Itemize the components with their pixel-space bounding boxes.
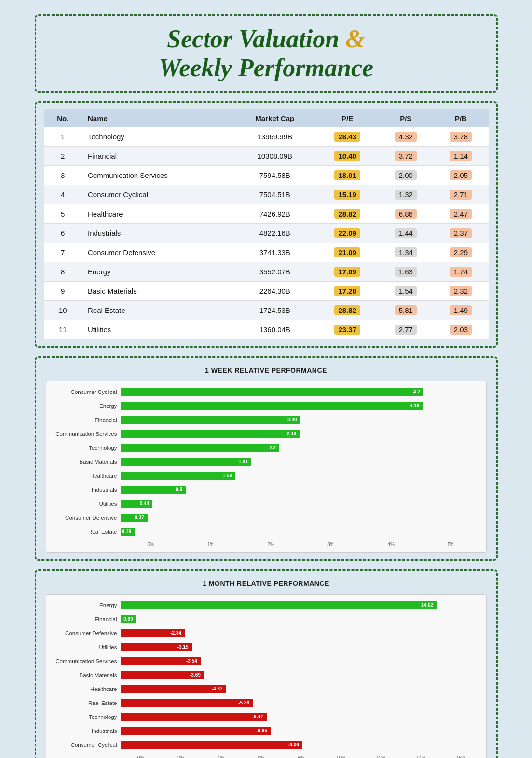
bar-label: Real Estate (46, 700, 121, 706)
table-section: No. Name Market Cap P/E P/S P/B 1 Techno… (35, 101, 498, 348)
x-tick: 2% (241, 542, 301, 547)
bar-row: Technology 2.2 (46, 442, 481, 454)
bar-track: 4.2 (121, 388, 481, 396)
bar-track: -2.84 (121, 629, 481, 637)
bar-label: Energy (46, 602, 121, 608)
bar-track: -3.69 (121, 671, 481, 679)
bar-row: Industrials -6.65 (46, 725, 481, 737)
bar-track: 1.59 (121, 472, 481, 480)
bar-label: Healthcare (46, 686, 121, 692)
table-row-name: Consumer Cyclical (82, 185, 233, 204)
bar-label: Technology (46, 445, 121, 451)
x-tick: 3% (301, 542, 361, 547)
table-row-no: 10 (44, 300, 82, 320)
bar-row: Basic Materials 1.81 (46, 456, 481, 468)
col-pb: P/B (433, 109, 488, 127)
table-row-ps: 1.44 (378, 223, 433, 243)
table-row-pb: 3.78 (433, 127, 488, 147)
bar-fill: 0.37 (121, 514, 148, 522)
bar-track: 2.49 (121, 416, 481, 424)
table-row-no: 3 (44, 165, 82, 185)
bar-row: Consumer Defensive -2.84 (46, 627, 481, 639)
table-row-pe: 28.82 (316, 204, 378, 223)
bar-row: Financial 2.49 (46, 414, 481, 426)
x-tick: 4% (361, 542, 422, 547)
bar-row: Utilities -3.15 (46, 641, 481, 653)
table-row-no: 5 (44, 204, 82, 223)
table-row-no: 8 (44, 262, 82, 281)
x-tick: 14% (401, 755, 441, 758)
bar-fill: -5.86 (121, 699, 253, 707)
bar-track: 0.9 (121, 486, 481, 494)
table-row-marketcap: 13969.99B (233, 127, 316, 147)
table-row-name: Utilities (82, 320, 233, 339)
title-amp: & (345, 25, 365, 53)
bar-track: 2.2 (121, 444, 481, 452)
x-tick: 0% (121, 542, 181, 547)
bar-track: -4.67 (121, 685, 481, 693)
table-row-no: 2 (44, 146, 82, 165)
bar-row: Energy 14.02 (46, 599, 481, 611)
table-row-ps: 2.77 (378, 320, 433, 339)
bar-label: Consumer Cyclical (46, 389, 121, 395)
bar-label: Basic Materials (46, 459, 121, 465)
table-row-name: Energy (82, 262, 233, 281)
table-row-pe: 28.82 (316, 300, 378, 320)
bar-fill: -2.84 (121, 629, 185, 637)
table-row-no: 7 (44, 243, 82, 262)
table-row-no: 1 (44, 127, 82, 147)
table-row-name: Communication Services (82, 165, 233, 185)
bar-row: Basic Materials -3.69 (46, 669, 481, 681)
table-row-name: Basic Materials (82, 281, 233, 300)
sector-table: No. Name Market Cap P/E P/S P/B 1 Techno… (44, 109, 489, 339)
table-row-ps: 1.63 (378, 262, 433, 281)
bar-fill: -3.15 (121, 643, 192, 651)
bar-label: Utilities (46, 644, 121, 650)
table-row-marketcap: 1360.04B (233, 320, 316, 339)
bar-fill: -3.54 (121, 657, 201, 665)
title-line1: Sector Valuation (167, 25, 345, 53)
bar-label: Utilities (46, 501, 121, 507)
table-row-no: 6 (44, 223, 82, 243)
table-row-pb: 1.14 (433, 146, 488, 165)
x-tick: 10% (321, 755, 361, 758)
chart2-title: 1 MONTH RELATIVE PERFORMANCE (46, 580, 487, 587)
table-row-pb: 2.05 (433, 165, 488, 185)
table-row-pe: 17.09 (316, 262, 378, 281)
table-row-pe: 28.43 (316, 127, 378, 147)
bar-label: Communication Services (46, 658, 121, 664)
title-line2: Weekly Performance (159, 54, 373, 81)
col-marketcap: Market Cap (233, 109, 316, 127)
table-row-pb: 2.32 (433, 281, 488, 300)
bar-track: -8.06 (121, 741, 481, 749)
x-tick: 8% (281, 755, 321, 758)
bar-row: Healthcare -4.67 (46, 683, 481, 695)
table-row-ps: 5.81 (378, 300, 433, 320)
col-ps: P/S (378, 109, 433, 127)
table-row-pe: 18.01 (316, 165, 378, 185)
bar-label: Consumer Defensive (46, 515, 121, 521)
bar-fill: -6.47 (121, 713, 267, 721)
chart1-section: 1 WEEK RELATIVE PERFORMANCE Consumer Cyc… (35, 356, 498, 561)
bar-fill: -3.69 (121, 671, 204, 679)
bar-row: Healthcare 1.59 (46, 470, 481, 482)
x-tick: 16% (441, 755, 481, 758)
bar-track: 0.44 (121, 500, 481, 508)
col-pe: P/E (316, 109, 378, 127)
bar-row: Energy 4.19 (46, 400, 481, 412)
x-tick: 12% (361, 755, 401, 758)
bar-label: Industrials (46, 487, 121, 493)
x-tick: 2% (161, 755, 201, 758)
bar-label: Real Estate (46, 529, 121, 535)
table-row-ps: 2.00 (378, 165, 433, 185)
bar-fill: 4.2 (121, 388, 423, 396)
bar-label: Consumer Defensive (46, 630, 121, 636)
table-row-ps: 1.34 (378, 243, 433, 262)
table-row-pe: 21.09 (316, 243, 378, 262)
bar-label: Energy (46, 403, 121, 409)
table-row-pb: 1.74 (433, 262, 488, 281)
table-row-ps: 4.32 (378, 127, 433, 147)
bar-track: 14.02 (121, 601, 481, 609)
table-row-marketcap: 2264.30B (233, 281, 316, 300)
table-row-ps: 3.72 (378, 146, 433, 165)
